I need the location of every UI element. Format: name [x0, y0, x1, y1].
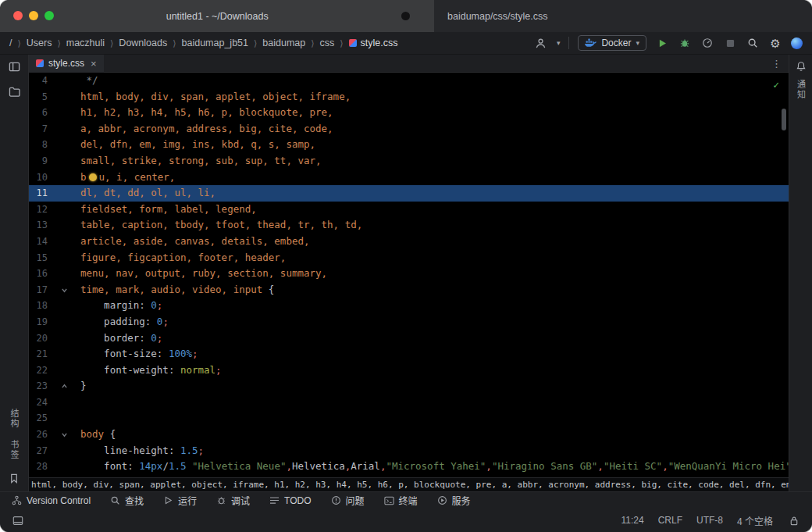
tool-item-terminal[interactable]: 终端: [383, 494, 418, 507]
tool-window-toggle-icon[interactable]: [11, 513, 25, 527]
code-line[interactable]: 26body {: [29, 427, 789, 443]
tool-item-services[interactable]: 服务: [436, 494, 471, 507]
line-number[interactable]: 17: [29, 282, 48, 298]
code-line[interactable]: 27 line-height: 1.5;: [29, 443, 789, 459]
code-line[interactable]: 19 padding: 0;: [29, 314, 789, 330]
line-number[interactable]: 21: [29, 346, 48, 362]
line-number[interactable]: 12: [29, 202, 48, 218]
line-number[interactable]: 11: [29, 185, 48, 202]
code-line[interactable]: 15figure, figcaption, footer, header,: [29, 250, 789, 266]
line-number[interactable]: 27: [29, 443, 48, 459]
code-line[interactable]: 25: [29, 410, 789, 427]
line-number[interactable]: 24: [29, 395, 48, 411]
tool-item-problems[interactable]: 问题: [330, 494, 365, 507]
code-line[interactable]: 17time, mark, audio, video, input {: [29, 282, 789, 298]
lock-icon[interactable]: [787, 513, 801, 527]
bookmarks-tool-label[interactable]: 书签: [8, 440, 20, 460]
breadcrumb-item[interactable]: Users: [27, 37, 52, 48]
line-number[interactable]: 26: [29, 427, 48, 443]
bookmark-flag-icon[interactable]: [7, 471, 21, 485]
line-number[interactable]: 20: [29, 330, 48, 347]
file-encoding[interactable]: UTF-8: [696, 515, 723, 526]
breadcrumb-item[interactable]: css: [320, 37, 335, 48]
search-everywhere-icon[interactable]: [746, 36, 760, 50]
line-number[interactable]: 28: [29, 459, 48, 475]
stop-button[interactable]: [723, 36, 737, 50]
breadcrumb-item[interactable]: baidumap: [262, 37, 305, 48]
breadcrumb-item[interactable]: baidumap_jb51: [182, 37, 249, 48]
code-line[interactable]: 23}: [29, 378, 789, 395]
notifications-tool-label[interactable]: 通知: [795, 80, 807, 100]
code-line[interactable]: 18 margin: 0;: [29, 298, 789, 314]
code-line[interactable]: 20 border: 0;: [29, 330, 789, 347]
intention-bulb-icon[interactable]: [89, 173, 97, 181]
code-line[interactable]: 8del, dfn, em, img, ins, kbd, q, s, samp…: [29, 137, 789, 153]
tool-item-todo[interactable]: TODO: [269, 495, 311, 506]
code-line[interactable]: 12fieldset, form, label, legend,: [29, 202, 789, 218]
run-config-selector[interactable]: Docker ▾: [578, 35, 646, 51]
code-editor[interactable]: 4 */5html, body, div, span, applet, obje…: [29, 73, 789, 477]
code-line[interactable]: 4 */: [29, 73, 789, 89]
code-line[interactable]: 22 font-weight: normal;: [29, 362, 789, 379]
code-line[interactable]: 10bu, i, center,: [29, 170, 789, 186]
tool-item-find[interactable]: 查找: [109, 494, 144, 507]
line-number[interactable]: 6: [29, 105, 48, 121]
fold-marker-icon[interactable]: [48, 427, 80, 443]
line-number[interactable]: 18: [29, 298, 48, 314]
line-number[interactable]: 13: [29, 217, 48, 234]
user-dropdown-caret-icon[interactable]: ▾: [557, 39, 561, 47]
editor-scrollbar[interactable]: [782, 109, 786, 130]
line-number[interactable]: 16: [29, 266, 48, 282]
line-number[interactable]: 9: [29, 153, 48, 170]
user-profile-icon[interactable]: [534, 36, 548, 50]
code-line[interactable]: 5html, body, div, span, applet, object, …: [29, 89, 789, 105]
code-line[interactable]: 21 font-size: 100%;: [29, 346, 789, 362]
breadcrumb-item[interactable]: /: [9, 37, 12, 48]
line-number[interactable]: 15: [29, 250, 48, 266]
tab-close-icon[interactable]: ×: [91, 58, 97, 70]
breadcrumb-item[interactable]: style.css: [349, 37, 398, 48]
line-number[interactable]: 25: [29, 410, 48, 427]
line-number[interactable]: 8: [29, 137, 48, 153]
tool-item-debug[interactable]: 调试: [215, 494, 250, 507]
code-line[interactable]: 24: [29, 395, 789, 411]
structure-tool-label[interactable]: 结构: [8, 409, 20, 429]
profiler-button[interactable]: [700, 36, 714, 50]
cursor-position[interactable]: 11:24: [621, 515, 644, 526]
settings-gear-icon[interactable]: ⚙: [768, 36, 782, 50]
indent-setting[interactable]: 4 个空格: [737, 514, 773, 527]
line-number[interactable]: 23: [29, 378, 48, 395]
line-number[interactable]: 10: [29, 170, 48, 186]
tab-style-css[interactable]: style.css ×: [29, 55, 104, 73]
code-line[interactable]: 7a, abbr, acronym, address, big, cite, c…: [29, 121, 789, 137]
code-line[interactable]: 11dl, dt, dd, ol, ul, li,: [29, 185, 789, 202]
tool-item-version-control[interactable]: Version Control: [11, 495, 91, 506]
debug-button[interactable]: [678, 36, 692, 50]
fold-marker-icon[interactable]: [48, 378, 80, 395]
line-number[interactable]: 4: [29, 73, 48, 89]
code-line[interactable]: 13table, caption, tbody, tfoot, thead, t…: [29, 217, 789, 234]
line-number[interactable]: 19: [29, 314, 48, 330]
line-number[interactable]: 7: [29, 121, 48, 137]
line-number[interactable]: 14: [29, 234, 48, 250]
line-number[interactable]: 5: [29, 89, 48, 105]
tab-options-icon[interactable]: ⋮: [764, 58, 789, 70]
inspection-ok-icon[interactable]: ✓: [773, 79, 779, 91]
code-line[interactable]: 16menu, nav, output, ruby, section, summ…: [29, 266, 789, 282]
line-number[interactable]: 22: [29, 362, 48, 379]
project-tool-icon[interactable]: [7, 59, 21, 73]
line-ending[interactable]: CRLF: [658, 515, 682, 526]
run-button[interactable]: [655, 36, 669, 50]
code-line[interactable]: 6h1, h2, h3, h4, h5, h6, p, blockquote, …: [29, 105, 789, 121]
code-line[interactable]: 14article, aside, canvas, details, embed…: [29, 234, 789, 250]
fold-marker-icon[interactable]: [48, 282, 80, 298]
folder-icon[interactable]: [7, 84, 21, 98]
sticky-context-line[interactable]: html, body, div, span, applet, object, i…: [29, 477, 789, 491]
ai-assistant-icon[interactable]: [791, 37, 803, 49]
tool-item-run[interactable]: 运行: [162, 494, 197, 507]
code-line[interactable]: 9small, strike, strong, sub, sup, tt, va…: [29, 153, 789, 170]
notifications-bell-icon[interactable]: [794, 59, 808, 73]
breadcrumb-item[interactable]: Downloads: [119, 37, 167, 48]
code-line[interactable]: 28 font: 14px/1.5 "Helvetica Neue",Helve…: [29, 459, 789, 475]
breadcrumb-item[interactable]: maczhuli: [66, 37, 105, 48]
